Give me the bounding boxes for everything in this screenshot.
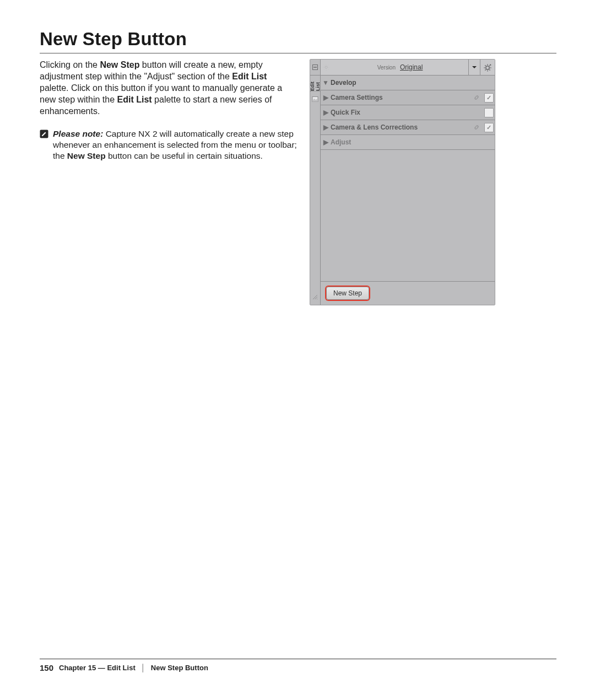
note-block: Please note: Capture NX 2 will automatic… bbox=[40, 128, 298, 162]
svg-line-19 bbox=[489, 65, 490, 66]
page-footer: 150 Chapter 15 — Edit List │ New Step Bu… bbox=[40, 659, 556, 672]
edit-list-tab-label: Edit List bbox=[310, 76, 321, 91]
row-quick-fix[interactable]: ▶ Quick Fix bbox=[321, 105, 495, 120]
gear-icon[interactable] bbox=[480, 60, 495, 75]
text-bold: New Step bbox=[100, 60, 139, 69]
palette-top-strip: Version Original bbox=[310, 60, 495, 76]
footer-separator-icon: │ bbox=[141, 664, 145, 672]
note-text: Please note: Capture NX 2 will automatic… bbox=[53, 128, 298, 162]
section-develop-row[interactable]: ▼ Develop bbox=[321, 76, 495, 90]
version-dropdown-icon[interactable] bbox=[468, 60, 480, 75]
row-checkbox[interactable] bbox=[484, 108, 494, 117]
link-icon[interactable] bbox=[470, 94, 483, 101]
chevron-right-icon: ▶ bbox=[321, 94, 331, 101]
svg-line-10 bbox=[328, 65, 329, 66]
section-develop-label: Develop bbox=[331, 79, 495, 87]
edit-list-tab-icon[interactable]: Edit List bbox=[310, 76, 320, 91]
footer-chapter-text: Chapter 15 — Edit List bbox=[59, 664, 136, 672]
page-title: New Step Button bbox=[40, 29, 556, 50]
edit-list-palette: Version Original Edit List bbox=[310, 59, 495, 305]
svg-line-8 bbox=[324, 65, 325, 66]
brightness-icon[interactable] bbox=[321, 60, 332, 75]
version-selector[interactable]: Version Original bbox=[332, 60, 468, 75]
row-label: Quick Fix bbox=[331, 109, 470, 116]
svg-line-20 bbox=[485, 69, 485, 70]
svg-point-12 bbox=[486, 66, 489, 69]
svg-point-3 bbox=[325, 66, 327, 68]
chevron-right-icon: ▶ bbox=[321, 138, 331, 146]
text-bold: Edit List bbox=[117, 95, 152, 104]
svg-line-17 bbox=[485, 65, 485, 66]
row-label: Adjust bbox=[331, 138, 495, 146]
pencil-icon bbox=[40, 130, 48, 138]
text-bold: New Step bbox=[67, 151, 106, 160]
image-thumb-icon[interactable] bbox=[310, 91, 320, 107]
row-camera-lens-corrections[interactable]: ▶ Camera & Lens Corrections ✓ bbox=[321, 120, 495, 135]
row-checkbox[interactable]: ✓ bbox=[484, 93, 494, 103]
svg-line-11 bbox=[324, 69, 325, 70]
chevron-down-icon: ▼ bbox=[321, 79, 331, 87]
text: Clicking on the bbox=[40, 60, 100, 69]
row-checkbox[interactable]: ✓ bbox=[484, 123, 494, 132]
svg-line-9 bbox=[328, 69, 329, 70]
minimize-icon[interactable] bbox=[310, 60, 321, 75]
title-rule bbox=[40, 53, 556, 53]
row-camera-settings[interactable]: ▶ Camera Settings ✓ bbox=[321, 90, 495, 105]
palette-side-rail: Edit List bbox=[310, 76, 321, 305]
version-value: Original bbox=[400, 63, 423, 71]
row-label: Camera Settings bbox=[331, 94, 470, 101]
row-adjust[interactable]: ▶ Adjust bbox=[321, 135, 495, 150]
link-icon[interactable] bbox=[470, 123, 483, 131]
svg-line-24 bbox=[317, 299, 317, 299]
body-text: Clicking on the New Step button will cre… bbox=[40, 59, 298, 162]
page-number: 150 bbox=[40, 663, 53, 672]
footer-section: New Step Button bbox=[151, 664, 208, 672]
palette-footer: New Step bbox=[321, 282, 495, 305]
new-step-button[interactable]: New Step bbox=[326, 287, 369, 300]
chevron-right-icon: ▶ bbox=[321, 123, 331, 131]
text: button can be useful in certain situatio… bbox=[108, 151, 263, 160]
grip-icon[interactable] bbox=[310, 289, 320, 305]
row-label: Camera & Lens Corrections bbox=[331, 123, 470, 131]
svg-line-18 bbox=[489, 69, 490, 70]
adjust-body-area bbox=[321, 150, 495, 282]
note-lead: Please note: bbox=[53, 129, 103, 138]
paragraph-main: Clicking on the New Step button will cre… bbox=[40, 59, 298, 117]
chevron-right-icon: ▶ bbox=[321, 109, 331, 116]
text-bold: Edit List bbox=[232, 72, 267, 81]
footer-chapter: Chapter 15 — Edit List bbox=[59, 664, 136, 672]
version-label: Version bbox=[377, 64, 396, 71]
